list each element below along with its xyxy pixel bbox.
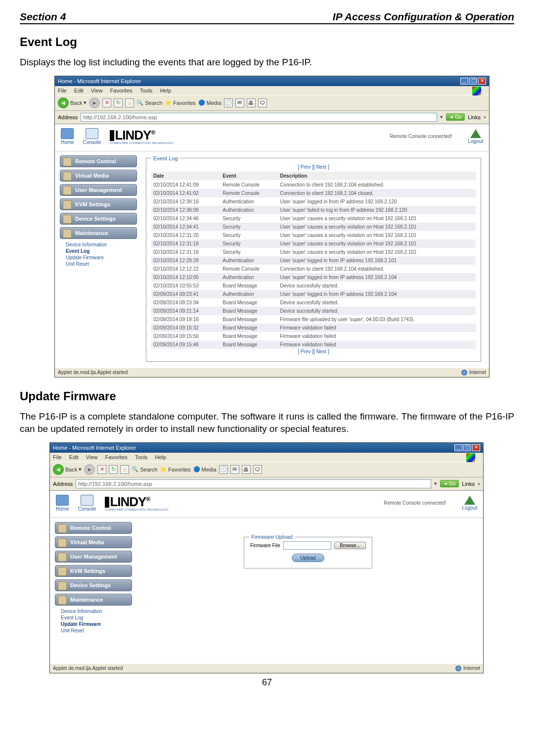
- back-button[interactable]: Back: [70, 100, 82, 106]
- sub-device-information[interactable]: Device Information: [61, 608, 132, 614]
- menu-favorites[interactable]: Favorites: [110, 88, 133, 94]
- history-icon[interactable]: 🕘: [224, 98, 233, 107]
- home-icon[interactable]: ⌂: [120, 465, 129, 474]
- nav-maintenance[interactable]: Maintenance: [60, 227, 137, 239]
- col-event: Event: [221, 172, 278, 181]
- search-button[interactable]: 🔍 Search: [136, 99, 162, 106]
- menu-edit[interactable]: Edit: [69, 454, 79, 460]
- discuss-icon[interactable]: 🗨: [253, 465, 262, 474]
- upload-button[interactable]: Upload: [292, 554, 324, 562]
- brand-logo: LINDY® COMPUTER CONNECTION TECHNOLOGY: [110, 129, 174, 144]
- console-link[interactable]: Console: [78, 495, 96, 512]
- go-button[interactable]: ➜ Go: [446, 113, 465, 121]
- menu-edit[interactable]: Edit: [74, 88, 84, 94]
- history-icon[interactable]: 🕘: [219, 465, 228, 474]
- col-date: Date: [151, 172, 221, 181]
- stop-icon[interactable]: ✕: [97, 465, 106, 474]
- nav-remote-control[interactable]: Remote Control: [60, 155, 137, 167]
- menu-help[interactable]: Help: [160, 88, 171, 94]
- firmware-file-input[interactable]: [283, 541, 332, 550]
- sub-unit-reset[interactable]: Unit Reset: [61, 627, 132, 634]
- favorites-button[interactable]: ⭐ Favorites: [160, 466, 190, 472]
- status-applet: Applet de.msd.lja.Applet started: [53, 665, 123, 671]
- home-link[interactable]: Home: [56, 495, 69, 512]
- search-button[interactable]: 🔍 Search: [132, 466, 157, 472]
- sub-event-log[interactable]: Event Log: [66, 248, 137, 254]
- back-icon[interactable]: ◄: [58, 97, 69, 108]
- table-row: 02/10/2014 12:12:22Remote ConsoleConnect…: [151, 265, 476, 273]
- maximize-button[interactable]: ▢: [463, 444, 471, 451]
- table-row: 02/09/2014 09:15:48Board MessageFirmware…: [151, 340, 476, 349]
- go-button[interactable]: ➜ Go: [440, 480, 459, 487]
- nav-remote-control[interactable]: Remote Control: [55, 522, 132, 534]
- forward-icon[interactable]: ►: [84, 464, 95, 475]
- menu-tools[interactable]: Tools: [135, 454, 148, 460]
- favorites-button[interactable]: ⭐ Favorites: [165, 99, 195, 106]
- menu-file[interactable]: File: [58, 88, 67, 94]
- print-icon[interactable]: 🖶: [242, 465, 251, 474]
- desc-update-firmware: The P16-IP is a complete standalone comp…: [20, 410, 514, 435]
- minimize-button[interactable]: _: [460, 78, 468, 85]
- console-link[interactable]: Console: [83, 128, 101, 145]
- pager-bottom[interactable]: [ Prev ][ Next ]: [151, 349, 476, 354]
- logout-link[interactable]: Logout: [468, 129, 483, 144]
- maintenance-icon: [58, 596, 67, 605]
- address-input[interactable]: http://192.168.2.100/home.asp: [76, 479, 431, 488]
- sub-update-firmware[interactable]: Update Firmware: [66, 254, 137, 261]
- print-icon[interactable]: 🖶: [247, 98, 256, 107]
- stop-icon[interactable]: ✕: [102, 98, 111, 107]
- minimize-button[interactable]: _: [454, 444, 462, 451]
- menu-view[interactable]: View: [91, 88, 103, 94]
- menu-file[interactable]: File: [53, 454, 62, 460]
- links-label[interactable]: Links: [468, 114, 481, 120]
- maximize-button[interactable]: ▢: [469, 78, 477, 85]
- logout-link[interactable]: Logout: [462, 496, 477, 511]
- refresh-icon[interactable]: ↻: [109, 465, 118, 474]
- media-button[interactable]: 🔵 Media: [198, 99, 222, 106]
- mail-icon[interactable]: ✉: [230, 465, 239, 474]
- user-management-icon: [63, 186, 72, 195]
- nav-device-settings[interactable]: Device Settings: [60, 213, 137, 225]
- ie-menubar[interactable]: File Edit View Favorites Tools Help: [55, 86, 489, 95]
- nav-virtual-media[interactable]: Virtual Media: [60, 170, 137, 182]
- menu-favorites[interactable]: Favorites: [105, 454, 128, 460]
- firmware-upload-legend: Firmware Upload: [249, 534, 295, 540]
- home-screen-icon: [61, 128, 74, 139]
- internet-zone-icon: [461, 370, 467, 376]
- close-button[interactable]: ✕: [472, 444, 480, 451]
- table-row: 02/10/2014 12:31:18SecurityUser 'super' …: [151, 239, 476, 248]
- back-button[interactable]: Back: [65, 467, 77, 472]
- media-button[interactable]: 🔵 Media: [193, 466, 217, 472]
- back-icon[interactable]: ◄: [53, 464, 64, 475]
- nav-virtual-media[interactable]: Virtual Media: [55, 536, 132, 548]
- links-label[interactable]: Links: [462, 481, 475, 487]
- nav-user-management[interactable]: User Management: [60, 184, 137, 196]
- console-status: Remote Console connected!: [174, 134, 468, 139]
- sub-device-information[interactable]: Device Information: [66, 241, 137, 248]
- menu-tools[interactable]: Tools: [140, 88, 153, 94]
- refresh-icon[interactable]: ↻: [114, 98, 123, 107]
- nav-kvm-settings[interactable]: KVM Settings: [60, 198, 137, 210]
- sub-unit-reset[interactable]: Unit Reset: [66, 261, 137, 267]
- discuss-icon[interactable]: 🗨: [258, 98, 267, 107]
- close-button[interactable]: ✕: [478, 78, 486, 85]
- sub-update-firmware[interactable]: Update Firmware: [61, 621, 132, 627]
- address-input[interactable]: http://192.168.2.100/home.asp: [81, 113, 437, 122]
- forward-icon[interactable]: ►: [89, 97, 100, 108]
- home-link[interactable]: Home: [61, 128, 74, 145]
- nav-device-settings[interactable]: Device Settings: [55, 579, 132, 591]
- nav-kvm-settings[interactable]: KVM Settings: [55, 565, 132, 577]
- sub-event-log[interactable]: Event Log: [61, 614, 132, 621]
- menu-help[interactable]: Help: [155, 454, 166, 460]
- ie-menubar[interactable]: File Edit View Favorites Tools Help: [50, 453, 483, 462]
- menu-view[interactable]: View: [86, 454, 98, 460]
- table-row: 02/09/2014 09:23:41AuthenticationUser 's…: [151, 290, 476, 298]
- browse-button[interactable]: Browse...: [334, 542, 366, 549]
- nav-user-management[interactable]: User Management: [55, 551, 132, 563]
- pager-top[interactable]: [ Prev ][ Next ]: [151, 164, 476, 170]
- home-icon[interactable]: ⌂: [125, 98, 134, 107]
- mail-icon[interactable]: ✉: [235, 98, 244, 107]
- firmware-upload-panel: Firmware Upload Firmware File Browse... …: [244, 537, 372, 568]
- home-screen-icon: [56, 495, 69, 506]
- nav-maintenance[interactable]: Maintenance: [55, 594, 132, 606]
